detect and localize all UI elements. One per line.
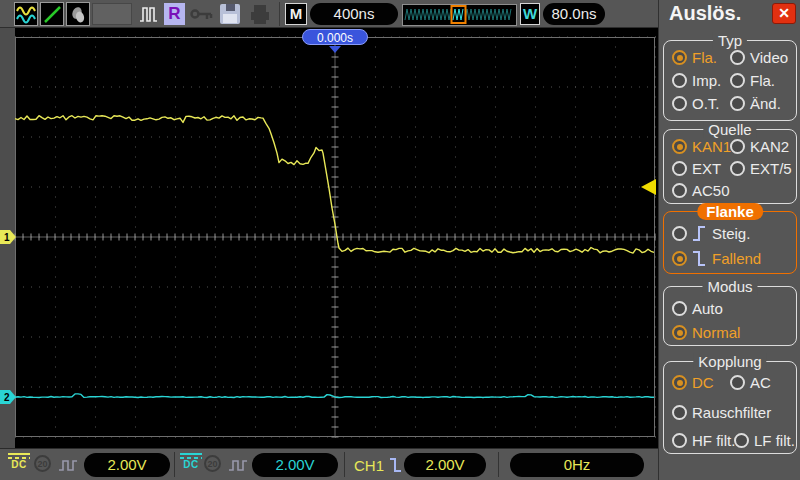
rising-edge-icon — [692, 223, 707, 244]
radio-icon — [672, 161, 687, 176]
ch1-scale-readout[interactable]: 2.00V — [84, 453, 170, 477]
option-label: DC — [692, 374, 714, 391]
radio-icon — [672, 325, 687, 340]
option-dc[interactable]: DC — [672, 374, 714, 391]
ch1-position-marker-label: 1 — [4, 232, 10, 243]
dual-sine-icon — [15, 3, 37, 25]
option-label: LF filt. — [754, 432, 795, 449]
horizontal-position-marker[interactable]: 0.000s — [302, 29, 368, 45]
option-aend[interactable]: Änd. — [730, 95, 781, 112]
option-kan2[interactable]: KAN2 — [730, 138, 789, 155]
photo-blob-icon — [67, 3, 89, 25]
option-label: EXT/5 — [750, 160, 792, 177]
option-steigend[interactable]: Steig. — [672, 223, 750, 244]
ch2-bandwidth-icon: 20 — [204, 455, 221, 472]
channels-waveform-icon[interactable] — [14, 2, 38, 26]
option-imp[interactable]: Imp. — [672, 72, 721, 89]
statusbar-divider — [174, 452, 175, 477]
option-ot[interactable]: O.T. — [672, 95, 720, 112]
option-ac[interactable]: AC — [730, 374, 771, 391]
option-fla-edge[interactable]: Fla. — [672, 49, 717, 66]
memory-position-strip[interactable] — [402, 4, 517, 26]
pulse-train-icon — [138, 2, 164, 26]
line-tool-icon[interactable] — [40, 2, 64, 26]
record-indicator[interactable]: R — [164, 3, 185, 25]
trigger-source-readout: CH1 — [354, 457, 384, 474]
option-fla-slope[interactable]: Fla. — [730, 72, 775, 89]
option-ext5[interactable]: EXT/5 — [730, 160, 792, 177]
option-label: KAN1 — [692, 138, 731, 155]
radio-icon — [730, 96, 745, 111]
statusbar-divider — [498, 452, 499, 477]
option-ext[interactable]: EXT — [672, 160, 721, 177]
section-title: Kopplung — [693, 353, 766, 370]
option-label: Imp. — [692, 72, 721, 89]
option-label: Normal — [692, 324, 740, 341]
option-label: Steig. — [712, 225, 750, 242]
snapshot-icon[interactable] — [66, 2, 90, 26]
radio-icon — [672, 139, 687, 154]
pulse-capture-icon[interactable] — [138, 2, 164, 26]
option-label: KAN2 — [750, 138, 789, 155]
option-normal[interactable]: Normal — [672, 324, 740, 341]
option-label: Auto — [692, 300, 723, 317]
trigger-frequency-readout: 0Hz — [510, 453, 644, 477]
radio-icon — [672, 50, 687, 65]
option-rauschfilter[interactable]: Rauschfilter — [672, 404, 771, 421]
top-toolbar: R M 400ns W 80.0ns — [0, 0, 658, 28]
option-auto[interactable]: Auto — [672, 300, 723, 317]
radio-icon — [730, 375, 745, 390]
option-video[interactable]: Video — [730, 49, 788, 66]
status-bar: DC 20 2.00V DC 20 2.00V CH1 2.00V 0Hz — [0, 448, 658, 480]
waveform-screen: 12 0.000s — [0, 28, 658, 448]
ch1-coupling-icon: DC — [8, 453, 30, 470]
ch2-scale-readout[interactable]: 2.00V — [252, 453, 338, 477]
radio-icon — [672, 301, 687, 316]
toolbar-divider — [279, 2, 280, 26]
option-lf-filter[interactable]: LF filt. — [734, 432, 795, 449]
window-timebase-readout: 80.0ns — [543, 3, 605, 25]
radio-icon — [672, 226, 687, 241]
section-typ: Typ Fla. Video Imp. Fla. O.T. Änd. — [663, 40, 797, 121]
lock-key-icon — [189, 2, 215, 26]
radio-icon — [672, 251, 687, 266]
option-fallend[interactable]: Fallend — [672, 248, 761, 269]
menu-title: Auslös. — [669, 2, 741, 25]
trigger-menu-panel: Auslös. ✕ Typ Fla. Video Imp. Fla. O.T. … — [658, 0, 800, 480]
option-ac50[interactable]: AC50 — [672, 182, 730, 199]
trigger-level-marker[interactable] — [641, 179, 656, 195]
option-kan1[interactable]: KAN1 — [672, 138, 731, 155]
ch2-position-marker-label: 2 — [4, 392, 10, 403]
ch1-bandwidth-icon: 20 — [34, 455, 51, 472]
radio-icon — [672, 183, 687, 198]
option-label: Fla. — [692, 49, 717, 66]
section-flanke: Flanke Steig. Fallend — [663, 211, 797, 274]
option-label: EXT — [692, 160, 721, 177]
radio-icon — [730, 73, 745, 88]
option-hf-filter[interactable]: HF filt. — [672, 432, 735, 449]
close-icon[interactable]: ✕ — [772, 3, 796, 24]
graticule-and-traces: 12 — [0, 28, 658, 448]
radio-icon — [730, 139, 745, 154]
radio-icon — [672, 375, 687, 390]
radio-icon — [672, 405, 687, 420]
radio-icon — [672, 73, 687, 88]
save-floppy-icon[interactable] — [218, 2, 244, 26]
main-timebase-label: M — [285, 3, 307, 25]
statusbar-divider — [344, 452, 345, 477]
trigger-level-readout[interactable]: 2.00V — [404, 453, 486, 477]
main-timebase-readout: 400ns — [310, 3, 398, 25]
option-label: Rauschfilter — [692, 404, 771, 421]
toolbar-empty-slot — [92, 3, 132, 25]
option-label: Fla. — [750, 72, 775, 89]
section-title: Flanke — [697, 203, 763, 220]
radio-icon — [672, 96, 687, 111]
radio-icon — [730, 161, 745, 176]
option-label: Fallend — [712, 250, 761, 267]
section-title: Typ — [713, 32, 747, 49]
radio-icon — [730, 50, 745, 65]
section-title: Modus — [702, 278, 757, 295]
ch1-wave-icon — [58, 458, 78, 471]
falling-edge-icon — [692, 248, 707, 269]
option-label: HF filt. — [692, 432, 735, 449]
